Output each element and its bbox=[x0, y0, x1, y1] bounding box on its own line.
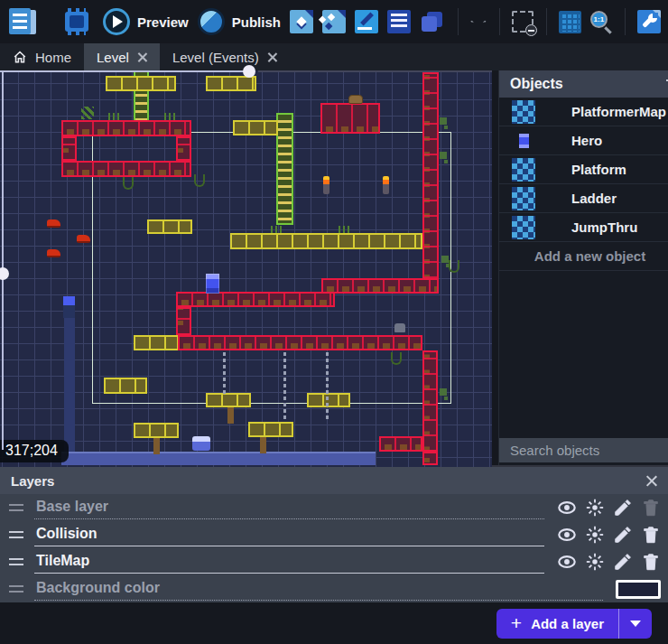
yellow-tile[interactable] bbox=[104, 378, 147, 394]
redo-button[interactable] bbox=[483, 11, 487, 33]
redv-tile[interactable] bbox=[61, 136, 77, 161]
tab-home[interactable]: Home bbox=[0, 43, 84, 70]
instances-list-button[interactable] bbox=[387, 10, 411, 33]
chain-sprite bbox=[223, 352, 226, 394]
drag-handle-icon[interactable] bbox=[9, 585, 23, 593]
yellow-tile[interactable] bbox=[147, 219, 192, 234]
add-layer-button[interactable]: + Add a layer bbox=[496, 609, 652, 639]
visibility-eye-icon[interactable] bbox=[557, 525, 577, 545]
undo-button[interactable] bbox=[470, 11, 474, 33]
visibility-eye-icon[interactable] bbox=[557, 552, 577, 572]
water-tile[interactable] bbox=[61, 452, 376, 465]
yellow-tile[interactable] bbox=[233, 120, 278, 135]
yellow-tile[interactable] bbox=[206, 76, 256, 91]
close-tab-icon[interactable] bbox=[267, 52, 277, 62]
debugger-icon bbox=[70, 15, 84, 28]
edit-pencil-icon[interactable] bbox=[613, 552, 633, 572]
close-layers-panel-button[interactable] bbox=[645, 475, 657, 487]
drag-handle-icon[interactable] bbox=[9, 504, 23, 511]
object-list-item[interactable]: PlatformerMap bbox=[499, 98, 668, 126]
object-list-item[interactable]: Hero bbox=[499, 126, 668, 155]
delete-trash-icon[interactable] bbox=[641, 498, 661, 518]
yellow-tile[interactable] bbox=[134, 423, 179, 438]
post-sprite bbox=[260, 437, 266, 453]
edit-pencil-icon[interactable] bbox=[613, 498, 633, 518]
tab-level[interactable]: Level bbox=[84, 43, 160, 70]
grid-toggle-button[interactable] bbox=[559, 11, 581, 33]
project-manager-button[interactable] bbox=[7, 6, 38, 37]
layer-name-field[interactable]: Base layer bbox=[34, 497, 544, 519]
yellow-tile[interactable] bbox=[248, 422, 293, 437]
background-color-swatch[interactable] bbox=[616, 580, 661, 599]
objects-panel-button[interactable] bbox=[290, 10, 313, 33]
object-label: Ladder bbox=[571, 191, 617, 206]
layer-name-field[interactable]: TileMap bbox=[34, 551, 544, 574]
bluecol-tile[interactable] bbox=[64, 318, 75, 452]
effects-flare-icon[interactable] bbox=[585, 552, 605, 572]
horizontal-scrollbar[interactable] bbox=[0, 70, 246, 72]
object-list-item[interactable]: Platform bbox=[499, 155, 668, 184]
horizontal-scroll-thumb[interactable] bbox=[243, 65, 255, 78]
red-tile[interactable] bbox=[61, 161, 191, 177]
effects-flare-icon[interactable] bbox=[585, 498, 605, 518]
debugger-button[interactable] bbox=[65, 12, 88, 32]
scene-settings-button[interactable] bbox=[637, 10, 661, 33]
grass-sprite bbox=[271, 226, 283, 233]
red-tile[interactable] bbox=[320, 103, 380, 134]
yellow-tile[interactable] bbox=[106, 76, 176, 91]
add-layer-dropdown-button[interactable] bbox=[619, 609, 652, 639]
red-tile[interactable] bbox=[61, 120, 191, 136]
moss-sprite bbox=[81, 107, 94, 119]
yellow-tile[interactable] bbox=[307, 393, 350, 407]
edit-pencil-icon[interactable] bbox=[613, 525, 633, 545]
redv-tile[interactable] bbox=[422, 350, 438, 452]
red-tile[interactable] bbox=[321, 278, 439, 294]
properties-panel-button[interactable] bbox=[355, 10, 378, 33]
grass-sprite bbox=[339, 226, 351, 233]
objects-panel: Objects PlatformerMap Hero Platform Ladd… bbox=[498, 70, 668, 465]
close-tab-icon[interactable] bbox=[137, 52, 147, 62]
delete-trash-icon[interactable] bbox=[641, 525, 661, 545]
vertical-scrollbar[interactable] bbox=[2, 70, 4, 450]
yellow-tile[interactable] bbox=[206, 393, 251, 407]
object-list-item[interactable]: Ladder bbox=[499, 184, 668, 213]
layer-name-field[interactable]: Collision bbox=[34, 524, 544, 546]
search-objects-input[interactable] bbox=[508, 442, 668, 459]
red-tile[interactable] bbox=[176, 292, 335, 307]
delete-trash-icon[interactable] bbox=[641, 552, 661, 572]
critter-sprite[interactable] bbox=[47, 219, 60, 228]
redv-tile[interactable] bbox=[422, 72, 439, 294]
scene-canvas[interactable]: 317;204 bbox=[0, 70, 492, 467]
chain-sprite bbox=[283, 352, 286, 420]
clear-selection-button[interactable] bbox=[512, 11, 533, 33]
object-groups-panel-button[interactable] bbox=[322, 10, 346, 33]
vertical-scroll-thumb[interactable] bbox=[0, 267, 9, 280]
yellow-tile[interactable] bbox=[134, 335, 179, 350]
drag-handle-icon[interactable] bbox=[9, 531, 23, 538]
redv-tile[interactable] bbox=[176, 136, 191, 161]
add-object-button[interactable]: Add a new object + bbox=[499, 242, 668, 271]
layer-row: Collision bbox=[0, 521, 668, 548]
hero-sprite[interactable] bbox=[206, 274, 219, 294]
tab-level-events[interactable]: Level (Events) bbox=[160, 43, 290, 70]
layer-name-field[interactable]: Background color bbox=[34, 578, 603, 601]
layers-panel-button[interactable] bbox=[420, 10, 443, 33]
tilemap-object-icon bbox=[512, 216, 535, 239]
critter-sprite[interactable] bbox=[77, 235, 90, 243]
critter-sprite[interactable] bbox=[47, 249, 60, 257]
splash-sprite[interactable] bbox=[192, 436, 210, 451]
preview-button[interactable]: Preview bbox=[103, 8, 189, 35]
yellow-tile[interactable] bbox=[230, 233, 422, 249]
publish-button[interactable]: Publish bbox=[198, 8, 281, 35]
zoom-reset-button[interactable]: 1:1 bbox=[590, 11, 612, 33]
duck-sprite[interactable] bbox=[63, 296, 75, 318]
ladder-tile[interactable] bbox=[276, 113, 293, 225]
redv-tile[interactable] bbox=[422, 452, 438, 465]
redv-tile[interactable] bbox=[176, 307, 191, 335]
red-tile[interactable] bbox=[178, 335, 422, 350]
red-tile[interactable] bbox=[379, 436, 422, 452]
visibility-eye-icon[interactable] bbox=[557, 498, 577, 518]
effects-flare-icon[interactable] bbox=[585, 525, 605, 545]
object-list-item[interactable]: JumpThru bbox=[499, 213, 668, 242]
drag-handle-icon[interactable] bbox=[9, 558, 23, 565]
